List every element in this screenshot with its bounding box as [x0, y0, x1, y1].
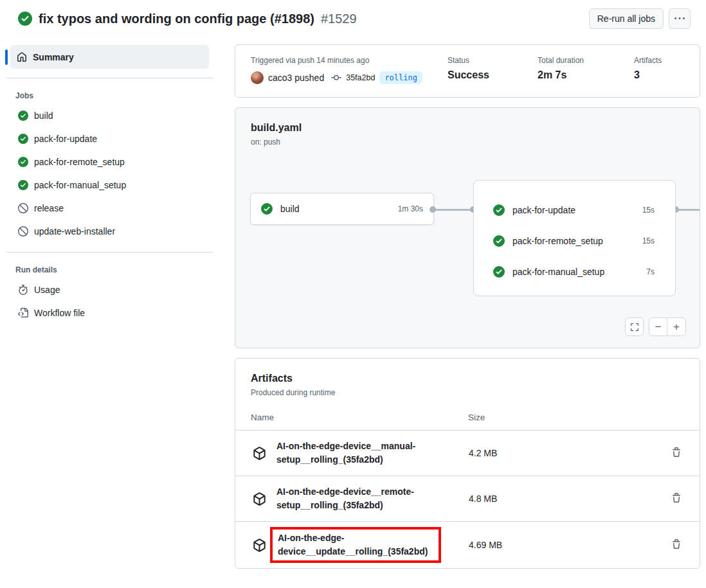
artifact-name-link[interactable]: AI-on-the-edge-device__remote-setup__rol…	[276, 485, 448, 512]
job-label: pack-for-update	[34, 134, 97, 144]
sidebar-item-usage[interactable]: Usage	[0, 278, 219, 301]
sidebar-job-pack-for-manual-setup[interactable]: pack-for-manual_setup	[0, 174, 219, 197]
skip-icon	[18, 203, 28, 213]
job-label: build	[34, 111, 53, 121]
run-details-label: Usage	[34, 285, 60, 295]
artifact-size: 4.69 MB	[469, 540, 502, 550]
screen-full-icon	[630, 323, 639, 332]
artifact-row: AI-on-the-edge-device__manual-setup__rol…	[235, 431, 700, 476]
check-circle-icon	[493, 235, 505, 247]
status-label: Status	[448, 56, 538, 65]
run-summary-card: Triggered via push 14 minutes ago caco3 …	[235, 44, 700, 98]
graph-node-duration: 15s	[642, 236, 655, 245]
artifact-row: AI-on-the-edge-device__update__rolling_(…	[235, 522, 700, 568]
job-label: update-web-installer	[34, 226, 115, 236]
stopwatch-icon	[18, 285, 28, 295]
home-icon	[17, 52, 27, 62]
trash-icon	[671, 493, 682, 503]
artifact-name-link[interactable]: AI-on-the-edge-device__manual-setup__rol…	[276, 440, 448, 467]
branch-badge[interactable]: rolling	[379, 71, 422, 84]
delete-artifact-button[interactable]	[669, 537, 684, 554]
zoom-in-button[interactable]: +	[667, 318, 685, 335]
more-options-button[interactable]	[669, 8, 691, 29]
sidebar-job-pack-for-update[interactable]: pack-for-update	[0, 127, 219, 150]
graph-node-label: pack-for-update	[512, 205, 635, 215]
actor-text: caco3 pushed	[268, 73, 324, 83]
check-circle-icon	[18, 180, 28, 190]
trash-icon	[671, 447, 682, 458]
artifacts-count-value: 3	[634, 69, 684, 81]
delete-artifact-button[interactable]	[669, 445, 684, 462]
page-title: fix typos and wording on config page (#1…	[39, 12, 314, 26]
commit-sha-link[interactable]: 35fa2bd	[346, 73, 375, 82]
artifacts-subtitle: Produced during runtime	[251, 388, 684, 397]
artifact-size: 4.2 MB	[469, 448, 497, 458]
run-header: fix typos and wording on config page (#1…	[0, 0, 706, 37]
fullscreen-button[interactable]	[625, 317, 644, 336]
artifacts-card: Artifacts Produced during runtime Name S…	[235, 358, 700, 569]
artifacts-title: Artifacts	[251, 373, 684, 384]
sidebar-job-pack-for-remote-setup[interactable]: pack-for-remote_setup	[0, 150, 219, 174]
check-circle-icon	[18, 134, 28, 144]
trigger-line: Triggered via push 14 minutes ago	[251, 56, 448, 65]
sidebar-item-summary[interactable]: Summary	[10, 45, 209, 69]
rerun-all-jobs-button[interactable]: Re-run all jobs	[589, 8, 664, 29]
delete-artifact-button[interactable]	[669, 490, 684, 508]
workflow-graph-card: build.yaml on: push build 1m 30s pack-fo…	[235, 107, 700, 348]
graph-node-build[interactable]: build 1m 30s	[250, 193, 434, 225]
artifacts-table-header: Name Size	[235, 397, 700, 431]
graph-node-duration: 7s	[646, 267, 655, 276]
sidebar-job-release[interactable]: release	[0, 197, 219, 220]
workflow-file-title: build.yaml	[251, 122, 684, 134]
workflow-trigger-subtitle: on: push	[251, 138, 684, 147]
check-circle-icon	[18, 157, 28, 167]
kebab-icon	[674, 13, 685, 24]
check-circle-icon	[261, 203, 273, 215]
zoom-controls: − +	[649, 317, 686, 336]
graph-node-pack-for-update[interactable]: pack-for-update 15s	[474, 195, 675, 226]
package-icon	[253, 447, 266, 460]
sidebar-job-build[interactable]: build	[0, 104, 219, 127]
graph-edge	[676, 209, 700, 211]
job-label: pack-for-remote_setup	[34, 157, 125, 167]
artifact-size: 4.8 MB	[469, 494, 497, 504]
check-circle-icon	[493, 204, 505, 216]
check-circle-icon	[18, 12, 32, 26]
duration-label: Total duration	[538, 56, 634, 65]
check-circle-icon	[493, 266, 505, 278]
run-details-section-header: Run details	[15, 265, 219, 274]
run-details-label: Workflow file	[34, 308, 85, 318]
sidebar-job-update-web-installer[interactable]: update-web-installer	[0, 220, 219, 243]
graph-node-pack-for-manual-setup[interactable]: pack-for-manual_setup 7s	[474, 256, 675, 287]
graph-node-label: pack-for-manual_setup	[512, 267, 638, 277]
graph-node-label: pack-for-remote_setup	[512, 236, 635, 246]
graph-node-label: build	[280, 204, 390, 214]
package-icon	[253, 539, 266, 552]
sidebar-divider	[6, 252, 213, 253]
job-label: release	[34, 203, 64, 213]
artifacts-count-label: Artifacts	[634, 56, 684, 65]
graph-job-group: pack-for-update 15s pack-for-remote_setu…	[473, 180, 676, 296]
artifact-name-link-highlighted[interactable]: AI-on-the-edge-device__update__rolling_(…	[270, 527, 441, 563]
sidebar-divider	[6, 78, 213, 78]
zoom-out-button[interactable]: −	[649, 318, 667, 335]
skip-icon	[18, 226, 28, 236]
graph-edge	[433, 209, 473, 211]
sidebar-item-workflow-file[interactable]: Workflow file	[0, 301, 219, 325]
graph-node-pack-for-remote-setup[interactable]: pack-for-remote_setup 15s	[474, 226, 675, 256]
check-circle-icon	[18, 111, 28, 121]
file-code-icon	[18, 308, 28, 318]
duration-value: 2m 7s	[538, 69, 634, 81]
run-number: #1529	[321, 12, 357, 26]
avatar[interactable]	[251, 71, 264, 84]
sidebar: Summary Jobs build pack-for-update pack-…	[0, 37, 219, 325]
status-value: Success	[448, 69, 538, 81]
sidebar-summary-label: Summary	[33, 52, 74, 62]
graph-node-duration: 15s	[642, 206, 655, 215]
git-commit-icon	[331, 73, 341, 83]
job-label: pack-for-manual_setup	[34, 180, 126, 190]
trash-icon	[671, 539, 682, 549]
graph-edge-dot	[430, 206, 436, 213]
column-header-name: Name	[251, 413, 468, 422]
artifact-row: AI-on-the-edge-device__remote-setup__rol…	[235, 476, 700, 522]
